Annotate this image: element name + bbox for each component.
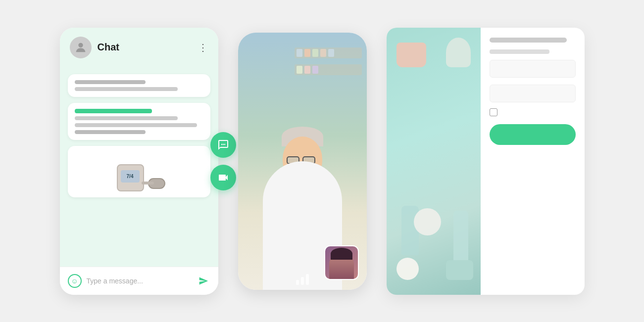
thumb-person xyxy=(329,252,354,279)
shelf-item xyxy=(304,49,310,57)
thumb-hair xyxy=(331,248,352,260)
msg-line xyxy=(75,87,178,91)
video-camera-icon xyxy=(217,172,229,184)
product-pad-2 xyxy=(396,258,419,280)
chat-bubble-icon xyxy=(217,139,229,151)
chat-fab-button[interactable] xyxy=(210,132,236,158)
form-field-2[interactable] xyxy=(490,85,576,102)
chat-header: Chat ⋮ xyxy=(60,28,218,67)
msg-line xyxy=(75,130,146,134)
main-container: Chat ⋮ xyxy=(0,0,644,322)
video-fab-button[interactable] xyxy=(210,165,236,190)
video-phone xyxy=(238,33,367,290)
shelf-row xyxy=(295,64,362,75)
form-title xyxy=(490,38,567,43)
submit-button[interactable] xyxy=(490,124,576,145)
checkbox-row xyxy=(490,108,576,116)
message-bubble-2 xyxy=(68,103,210,140)
chat-input-bar: ☺ Type a message... xyxy=(60,267,218,295)
shelf-row xyxy=(295,47,362,58)
form-section xyxy=(481,28,585,295)
product-jar-2 xyxy=(446,38,471,67)
form-field-1[interactable] xyxy=(490,60,576,78)
chat-panel: Chat ⋮ xyxy=(60,28,218,295)
shelf-item xyxy=(304,66,310,74)
emoji-icon[interactable]: ☺ xyxy=(68,274,82,288)
signal-bar xyxy=(306,274,309,285)
msg-line-green xyxy=(75,109,152,113)
form-checkbox[interactable] xyxy=(490,108,497,116)
msg-line xyxy=(75,80,146,84)
message-bubble-1 xyxy=(68,74,210,97)
chat-title: Chat xyxy=(98,42,192,53)
msg-line xyxy=(75,116,178,120)
floating-buttons xyxy=(210,132,236,190)
right-panel xyxy=(387,28,585,295)
more-options-icon[interactable]: ⋮ xyxy=(198,42,208,53)
signal-bar xyxy=(301,277,304,285)
message-input[interactable]: Type a message... xyxy=(87,277,192,285)
svg-point-1 xyxy=(221,143,222,144)
svg-point-0 xyxy=(78,43,83,47)
user-icon xyxy=(74,41,88,54)
chat-messages: 7/4 xyxy=(60,67,218,267)
message-bubble-image: 7/4 xyxy=(68,146,210,197)
shelf-item xyxy=(312,49,318,57)
product-bottle-1 xyxy=(401,206,419,255)
product-bottle-2 xyxy=(453,211,468,265)
shelf-item xyxy=(297,66,302,74)
send-button[interactable] xyxy=(197,274,210,288)
shelf-item xyxy=(320,49,326,57)
video-wrapper xyxy=(238,33,367,290)
product-pad-1 xyxy=(414,208,441,235)
svg-point-2 xyxy=(222,143,223,144)
avatar xyxy=(70,37,92,58)
shelf-item xyxy=(312,66,318,74)
shelf-item xyxy=(328,49,334,57)
msg-line xyxy=(75,123,197,127)
product-image xyxy=(387,28,481,295)
signal-bar xyxy=(296,280,299,285)
signal-bars xyxy=(296,274,309,285)
video-thumbnail xyxy=(324,245,359,280)
product-jar-1 xyxy=(396,43,426,67)
product-jar-3 xyxy=(446,260,473,280)
shelf-item xyxy=(297,49,302,57)
video-main xyxy=(238,33,367,290)
form-subtitle xyxy=(490,49,550,54)
svg-point-3 xyxy=(224,143,225,144)
